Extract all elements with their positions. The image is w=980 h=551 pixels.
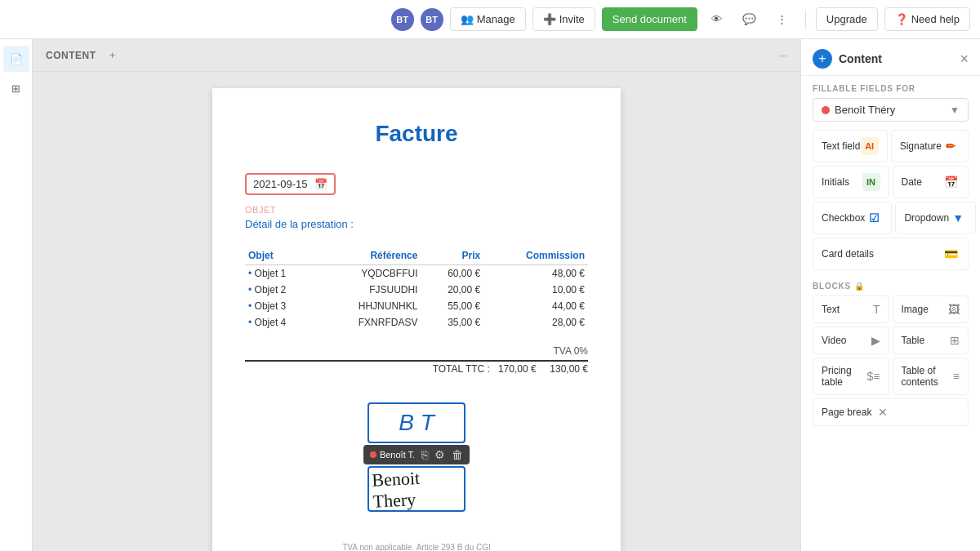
content-header-title: CONTENT [46,50,96,61]
card-details-button[interactable]: Card details 💳 [813,238,969,270]
table-icon: ⊞ [950,334,960,347]
row2-commission: 10,00 € [483,282,588,298]
row3-name: • Objet 3 [245,298,316,314]
col-reference: Référence [316,247,421,265]
row4-ref: FXNRFDASV [316,314,421,331]
col-objet: Objet [245,247,316,265]
row3-commission: 44,00 € [483,298,588,314]
row1-name: • Objet 1 [245,265,316,282]
page-break-icon: ✕ [878,406,888,419]
signature-field-label: Signature [900,140,942,152]
invoice-table: Objet Référence Prix Commission • Objet … [245,247,588,331]
blocks-section: Text T Image 🖼 Video ▶ Table ⊞ [801,295,980,398]
date-field-button[interactable]: Date 📅 [893,166,969,198]
ai-icon: AI [861,137,879,155]
initials-box[interactable]: B T [368,402,466,443]
dropdown-field-button[interactable]: Dropdown ▼ [895,202,976,234]
content-area: CONTENT + ··· Facture 2021-09-15 📅 OBJET… [33,39,800,551]
upgrade-button[interactable]: Upgrade [816,7,878,31]
checkbox-icon: ☑ [865,209,883,227]
initials-field-label: Initials [822,176,849,188]
add-section-button[interactable]: + [103,46,122,65]
table-row: • Objet 4 FXNRFDASV 35,00 € 28,00 € [245,314,588,331]
sidebar-icon-grid[interactable]: ⊞ [3,75,29,101]
text-field-button[interactable]: Text field AI [813,130,888,162]
add-content-button[interactable]: + [813,49,832,69]
close-sidebar-button[interactable]: × [960,51,969,68]
comment-icon: 💬 [742,13,756,25]
col-commission: Commission [483,247,588,265]
calendar-field-icon: 📅 [942,173,960,191]
checkbox-field-button[interactable]: Checkbox ☑ [813,202,892,234]
send-document-button[interactable]: Send document [602,7,697,31]
table-row: • Objet 3 HHJNUNHKL 55,00 € 44,00 € [245,298,588,314]
pen-icon: ✏ [942,137,960,155]
document-scroll: Facture 2021-09-15 📅 OBJET Détail de la … [33,72,800,551]
avatar-bt2: BT [421,8,443,31]
fillable-fields-label: FILLABLE FIELDS FOR [801,76,980,98]
topbar-divider [805,10,806,29]
dropdown-icon: ▼ [949,209,967,227]
row4-commission: 28,00 € [483,314,588,331]
row1-price: 60,00 € [421,265,483,282]
preview-button[interactable]: 👁 [704,7,730,33]
tva-label: TVA 0% [554,345,588,357]
date-field[interactable]: 2021-09-15 📅 [245,173,336,195]
image-icon: 🖼 [948,303,960,316]
field-row-2: Initials IN Date 📅 [813,166,969,198]
total-label: TOTAL TTC : [433,363,490,375]
signature-field-button[interactable]: Signature ✏ [891,130,969,162]
initials-field-button[interactable]: Initials IN [813,166,889,198]
invite-button[interactable]: ➕ Invite [532,7,595,31]
initials-text: B T [399,410,434,436]
detail-label: Détail de la prestation : [245,218,588,230]
rs-header: + Content × [801,39,980,76]
right-sidebar: + Content × FILLABLE FIELDS FOR Benoît T… [800,39,980,551]
date-value: 2021-09-15 [253,178,308,190]
sidebar-icon-document[interactable]: 📄 [3,46,29,72]
card-icon: 💳 [942,245,960,263]
table-block-button[interactable]: Table ⊞ [893,327,969,354]
eye-icon: 👁 [711,13,722,25]
settings-icon[interactable]: ⚙ [434,448,445,461]
in-icon: IN [862,173,880,191]
row1-ref: YQDCBFFUI [316,265,421,282]
help-icon: ❓ [895,13,908,25]
image-block-label: Image [902,304,929,315]
row1-commission: 48,00 € [483,265,588,282]
video-block-label: Video [822,335,846,346]
page-break-label: Page break [822,407,871,418]
help-button[interactable]: ❓ Need help [884,7,970,31]
video-block-button[interactable]: Video ▶ [813,327,889,354]
delete-icon[interactable]: 🗑 [452,448,463,461]
toc-button[interactable]: Table of contents ≡ [893,358,969,395]
recipient-name: Benoît Théry [835,104,945,116]
blocks-label: BLOCKS 🔒 [801,273,980,295]
comments-button[interactable]: 💬 [737,7,763,33]
dropdown-field-label: Dropdown [904,212,949,224]
page-break-button[interactable]: Page break ✕ [813,398,969,426]
field-row-4: Card details 💳 [813,238,969,270]
manage-button[interactable]: 👥 Manage [450,7,526,31]
pricing-table-button[interactable]: Pricing table $≡ [813,358,889,395]
recipient-dot [822,106,830,114]
card-details-label: Card details [822,248,874,260]
block-row-3: Pricing table $≡ Table of contents ≡ [813,358,969,395]
field-row-1: Text field AI Signature ✏ [813,130,969,162]
more-options-button[interactable]: ⋮ [769,7,795,33]
text-block-button[interactable]: Text T [813,295,889,323]
recipient-dropdown[interactable]: Benoît Théry ▼ [813,98,969,122]
image-block-button[interactable]: Image 🖼 [893,295,969,323]
fields-section: Text field AI Signature ✏ Initials IN Da… [801,130,980,273]
signature-text: Benoit Thery [372,465,462,513]
document-page: Facture 2021-09-15 📅 OBJET Détail de la … [212,88,621,551]
text-field-label: Text field [822,140,860,152]
text-block-label: Text [822,304,840,315]
signature-toolbar: Benoît T. ⎘ ⚙ 🗑 [363,445,470,464]
table-block-label: Table [902,335,925,346]
row3-ref: HHJNUNHKL [316,298,421,314]
row2-price: 20,00 € [421,282,483,298]
signature-box[interactable]: Benoit Thery [368,466,466,512]
more-section-button[interactable]: ··· [778,49,787,61]
copy-icon[interactable]: ⎘ [421,448,428,461]
